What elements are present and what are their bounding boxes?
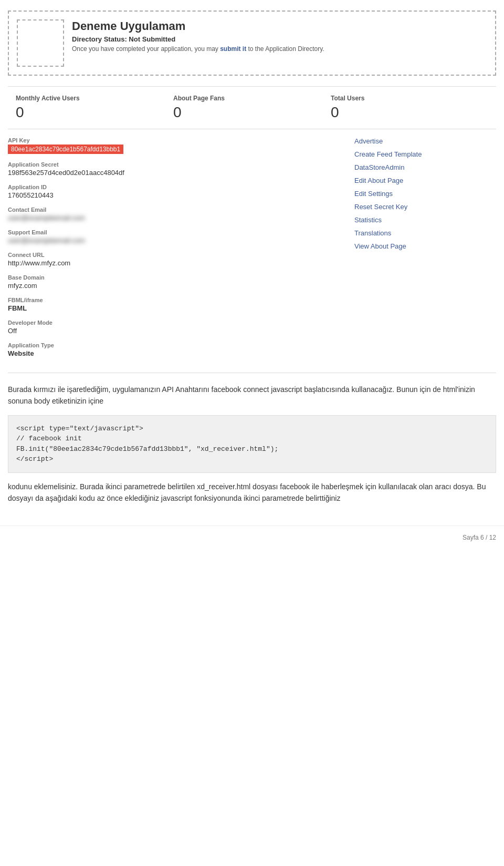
- directory-status: Directory Status: Not Submitted: [72, 35, 324, 43]
- field-fbml: FBML/iframe FBML: [8, 297, 339, 312]
- base-domain-label: Base Domain: [8, 274, 339, 281]
- reset-secret-key-link[interactable]: Reset Secret Key: [354, 203, 496, 211]
- field-api-key: API Key 80ee1ac2834c79cde1b567afdd13bbb1: [8, 137, 339, 154]
- connect-url-value: http://www.mfyz.com: [8, 259, 339, 267]
- contact-email-label: Contact Email: [8, 207, 339, 213]
- app-title-block: Deneme Uygulamam Directory Status: Not S…: [72, 19, 324, 53]
- stats-row: Monthly Active Users 0 About Page Fans 0…: [8, 86, 496, 129]
- submit-link[interactable]: submit it: [220, 45, 246, 53]
- field-app-type: Application Type Website: [8, 342, 339, 357]
- stat-monthly-active-users-label: Monthly Active Users: [16, 95, 163, 102]
- code-block: <script type="text/javascript"> // faceb…: [8, 415, 496, 473]
- field-base-domain: Base Domain mfyz.com: [8, 274, 339, 290]
- stat-about-page-fans-value: 0: [173, 104, 320, 121]
- datastore-admin-link[interactable]: DataStoreAdmin: [354, 163, 496, 171]
- support-email-value: user@exampleemail.com: [8, 236, 339, 244]
- page-footer: Sayfa 6 / 12: [0, 525, 504, 549]
- app-id-label: Application ID: [8, 184, 339, 190]
- main-content: API Key 80ee1ac2834c79cde1b567afdd13bbb1…: [8, 129, 496, 373]
- stat-about-page-fans: About Page Fans 0: [173, 95, 331, 121]
- field-app-secret: Application Secret 198f563e257d4ced0d2e0…: [8, 161, 339, 177]
- app-secret-value: 198f563e257d4ced0d2e01aacc4804df: [8, 169, 339, 177]
- left-column: API Key 80ee1ac2834c79cde1b567afdd13bbb1…: [8, 137, 349, 365]
- developer-mode-value: Off: [8, 327, 339, 335]
- app-logo: [17, 19, 64, 67]
- text-para1: Burada kırmızı ile işaretlediğim, uygula…: [8, 384, 496, 407]
- directory-desc-text1: Once you have completed your application…: [72, 45, 218, 53]
- developer-mode-label: Developer Mode: [8, 319, 339, 326]
- app-type-label: Application Type: [8, 342, 339, 348]
- app-name: Deneme Uygulamam: [72, 19, 324, 33]
- directory-desc-text2: to the Application Directory.: [248, 45, 324, 53]
- stat-total-users-label: Total Users: [331, 95, 478, 102]
- field-contact-email: Contact Email user@exampleemail.com: [8, 207, 339, 222]
- api-key-value: 80ee1ac2834c79cde1b567afdd13bbb1: [8, 145, 123, 154]
- fbml-label: FBML/iframe: [8, 297, 339, 303]
- view-about-page-link[interactable]: View About Page: [354, 242, 496, 250]
- advertise-link[interactable]: Advertise: [354, 137, 496, 145]
- app-secret-label: Application Secret: [8, 161, 339, 168]
- base-domain-value: mfyz.com: [8, 282, 339, 290]
- app-id-value: 176055210443: [8, 191, 339, 199]
- statistics-link[interactable]: Statistics: [354, 216, 496, 224]
- directory-description: Once you have completed your application…: [72, 45, 324, 53]
- field-developer-mode: Developer Mode Off: [8, 319, 339, 335]
- right-column: Advertise Create Feed Template DataStore…: [349, 137, 496, 365]
- stat-monthly-active-users-value: 0: [16, 104, 163, 121]
- contact-email-value: user@exampleemail.com: [8, 214, 339, 222]
- stat-total-users: Total Users 0: [331, 95, 488, 121]
- text-section: Burada kırmızı ile işaretlediğim, uygula…: [8, 384, 496, 504]
- connect-url-label: Connect URL: [8, 252, 339, 258]
- create-feed-template-link[interactable]: Create Feed Template: [354, 150, 496, 158]
- stat-total-users-value: 0: [331, 104, 478, 121]
- field-support-email: Support Email user@exampleemail.com: [8, 229, 339, 244]
- support-email-label: Support Email: [8, 229, 339, 235]
- stat-monthly-active-users: Monthly Active Users 0: [16, 95, 173, 121]
- page-indicator: Sayfa 6 / 12: [463, 534, 496, 541]
- stat-about-page-fans-label: About Page Fans: [173, 95, 320, 102]
- fbml-value: FBML: [8, 304, 339, 312]
- text-para2: kodunu eklemelisiniz. Burada ikinci para…: [8, 481, 496, 504]
- app-type-value: Website: [8, 349, 339, 357]
- edit-settings-link[interactable]: Edit Settings: [354, 190, 496, 198]
- edit-about-page-link[interactable]: Edit About Page: [354, 177, 496, 184]
- field-connect-url: Connect URL http://www.mfyz.com: [8, 252, 339, 267]
- translations-link[interactable]: Translations: [354, 229, 496, 237]
- api-key-label: API Key: [8, 137, 339, 143]
- field-app-id: Application ID 176055210443: [8, 184, 339, 199]
- app-info-box: Deneme Uygulamam Directory Status: Not S…: [8, 11, 496, 76]
